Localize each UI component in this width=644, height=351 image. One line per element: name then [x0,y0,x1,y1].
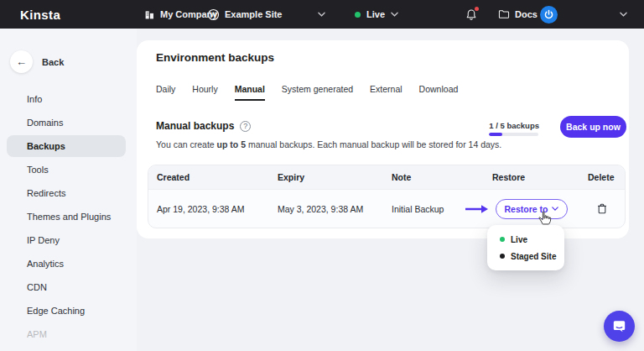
cell-expiry: May 3, 2023, 9:38 AM [269,204,383,214]
sidebar-item-redirects[interactable]: Redirects [7,182,126,204]
tab-system-generated[interactable]: System generated [282,84,353,101]
docs-label: Docs [515,9,538,19]
tab-external[interactable]: External [370,84,402,101]
chat-widget-button[interactable] [604,311,635,342]
backup-usage-bar [489,133,538,136]
column-created: Created [148,172,269,182]
dropdown-item-label: Live [511,235,527,244]
table-header: Created Expiry Note Restore Delete [148,165,625,190]
column-delete: Delete [579,172,625,182]
sidebar-item-label: Edge Caching [27,306,85,316]
user-menu-toggle[interactable] [620,0,627,29]
table-row: Apr 19, 2023, 9:38 AM May 3, 2023, 9:38 … [148,190,625,228]
sidebar-item-info[interactable]: Info [7,88,126,110]
backups-table: Created Expiry Note Restore Delete Apr 1… [148,165,626,228]
sidebar-item-tools[interactable]: Tools [7,159,126,181]
sidebar-item-cdn[interactable]: CDN [7,276,126,298]
column-restore: Restore [484,172,579,182]
tutorial-arrow-annotation [465,204,489,214]
back-label: Back [42,57,64,67]
help-icon[interactable]: ? [240,121,251,132]
wordpress-icon: W [207,8,220,21]
svg-text:W: W [210,11,217,18]
sidebar-item-domains[interactable]: Domains [7,112,126,134]
sidebar-item-label: Info [27,94,42,104]
restore-dropdown-menu: Live Staged Site [487,225,564,270]
tab-daily[interactable]: Daily [156,84,175,101]
trash-icon [597,203,607,214]
live-dot-icon [500,237,505,242]
sidebar-item-ip-deny[interactable]: IP Deny [7,229,126,251]
arrow-left-icon: ← [10,50,33,73]
top-bar: Kinsta My Company W Example Site [0,0,644,29]
live-status-dot [355,12,361,18]
notifications-button[interactable] [465,0,477,29]
site-selector[interactable]: W Example Site [207,0,282,29]
back-button[interactable]: ← Back [10,50,64,73]
main-panel: Environment backups Daily Hourly Manual … [137,40,629,238]
kinsta-dashboard: Kinsta My Company W Example Site [0,0,644,351]
environment-name: Live [366,9,385,19]
column-expiry: Expiry [269,172,383,182]
backup-tabs: Daily Hourly Manual System generated Ext… [156,84,458,101]
site-name: Example Site [225,9,282,19]
tab-hourly[interactable]: Hourly [192,84,217,101]
sidebar-item-analytics[interactable]: Analytics [7,253,126,275]
site-dropdown-toggle[interactable] [318,0,325,29]
description-bold: up to 5 [217,139,246,149]
sidebar-item-apm[interactable]: APM [7,323,126,345]
folder-icon [498,9,510,19]
user-avatar[interactable] [540,0,558,29]
restore-to-button[interactable]: Restore to [496,199,568,219]
sidebar-item-label: Backups [27,141,65,151]
chevron-down-icon [318,12,325,17]
dropdown-item-label: Staged Site [511,252,556,261]
environment-selector[interactable]: Live [355,0,398,29]
power-icon [543,9,554,20]
sidebar-item-edge-caching[interactable]: Edge Caching [7,300,126,322]
tab-manual[interactable]: Manual [235,84,265,101]
sidebar-item-label: APM [27,329,47,339]
sidebar: ← Back Info Domains Backups Tools Redire… [0,29,137,351]
notification-badge [475,7,479,11]
backup-usage-label: 1 / 5 backups [472,121,539,130]
sidebar-item-label: Redirects [27,188,65,198]
sidebar-item-backups[interactable]: Backups [7,135,126,157]
company-icon [144,9,155,20]
sidebar-item-label: IP Deny [27,235,60,245]
docs-link[interactable]: Docs [498,0,538,29]
sidebar-item-label: Domains [27,118,63,128]
sidebar-item-label: Tools [27,165,49,175]
sidebar-item-label: CDN [27,282,47,292]
sidebar-item-label: Analytics [27,259,64,269]
chat-bubble-icon [612,319,626,333]
delete-backup-button[interactable] [579,203,625,214]
description-prefix: You can create [156,139,217,149]
column-note: Note [383,172,484,182]
sidebar-item-themes-and-plugins[interactable]: Themes and Plugins [7,206,126,228]
chevron-down-icon [620,12,627,17]
chevron-down-icon [552,207,558,211]
cell-created: Apr 19, 2023, 9:38 AM [148,204,269,214]
page-title: Environment backups [156,51,274,64]
sidebar-item-label: Themes and Plugins [27,212,111,222]
chevron-down-icon [391,12,398,17]
section-title: Manual backups [156,120,234,132]
hand-cursor [538,211,552,225]
kinsta-logo: Kinsta [20,0,60,29]
dropdown-item-live[interactable]: Live [487,231,564,248]
backup-usage-fill [489,133,502,136]
back-up-now-button[interactable]: Back up now [560,116,626,138]
dropdown-item-staged-site[interactable]: Staged Site [487,248,564,265]
description-suffix: manual backups. Each manual backup will … [246,139,501,149]
section-description: You can create up to 5 manual backups. E… [156,139,501,149]
tab-download[interactable]: Download [419,84,459,101]
staged-dot-icon [500,254,505,259]
